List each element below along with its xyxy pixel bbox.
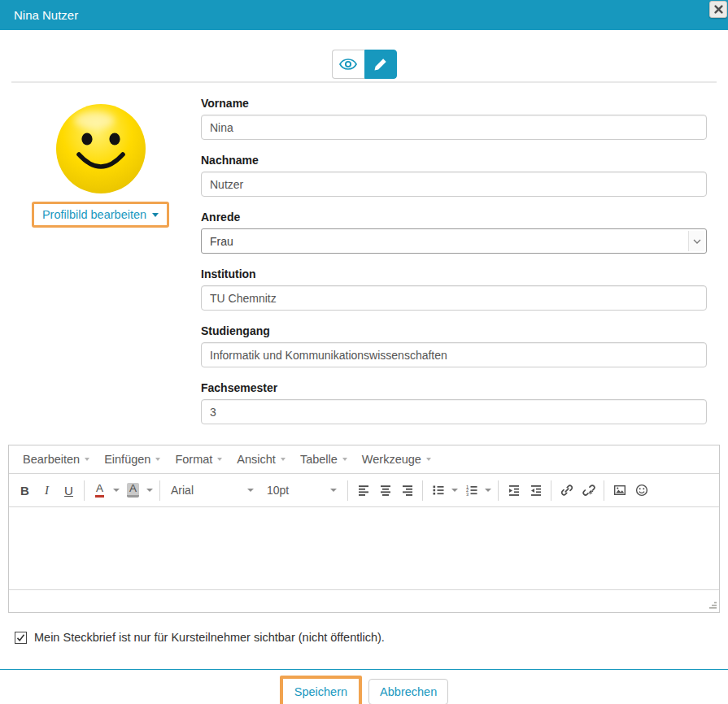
profilbild-highlight-box: Profilbild bearbeiten bbox=[32, 202, 169, 228]
image-button[interactable] bbox=[608, 479, 630, 502]
close-icon bbox=[714, 5, 723, 14]
chevron-down-icon bbox=[113, 489, 120, 492]
nachname-label: Nachname bbox=[201, 154, 707, 167]
background-color-caret[interactable] bbox=[144, 479, 155, 502]
view-tab-button[interactable] bbox=[332, 50, 364, 79]
emoticon-icon bbox=[635, 484, 648, 497]
toolbar-separator bbox=[422, 480, 423, 501]
numbered-list-icon: 123 bbox=[465, 484, 478, 497]
chevron-down-icon bbox=[451, 489, 458, 492]
editor-statusbar bbox=[9, 589, 719, 612]
chevron-down-icon bbox=[155, 458, 160, 461]
link-button[interactable] bbox=[556, 479, 578, 502]
close-button[interactable] bbox=[709, 1, 727, 18]
institution-label: Institution bbox=[201, 267, 707, 280]
svg-text:3: 3 bbox=[466, 492, 469, 497]
font-family-select[interactable]: Arial bbox=[164, 474, 260, 506]
editor-content-area[interactable] bbox=[9, 506, 719, 589]
avatar bbox=[55, 103, 146, 194]
underline-button[interactable]: U bbox=[58, 479, 80, 502]
underline-icon: U bbox=[64, 484, 73, 498]
unlink-button[interactable] bbox=[578, 479, 599, 502]
emoticon-button[interactable] bbox=[630, 479, 652, 502]
align-left-button[interactable] bbox=[352, 479, 374, 502]
vorname-input[interactable] bbox=[201, 115, 707, 140]
profile-form: Vorname Nachname Anrede Frau Institution bbox=[201, 97, 707, 438]
background-color-button[interactable]: A bbox=[122, 479, 144, 502]
toolbar-separator bbox=[347, 480, 348, 501]
form-row-fachsemester: Fachsemester bbox=[201, 381, 707, 424]
form-row-institution: Institution bbox=[201, 267, 707, 311]
text-color-button[interactable]: A bbox=[89, 479, 111, 502]
view-edit-toggle bbox=[0, 50, 728, 79]
bullet-list-button[interactable] bbox=[427, 479, 449, 502]
rich-text-editor: Bearbeiten Einfügen Format Ansicht Tabel… bbox=[8, 445, 720, 613]
unlink-icon bbox=[582, 484, 595, 497]
visibility-checkbox-label: Mein Steckbrief ist nur für Kursteilnehm… bbox=[34, 631, 385, 644]
text-color-caret[interactable] bbox=[111, 479, 122, 502]
chevron-down-icon bbox=[281, 458, 286, 461]
edit-profile-picture-button[interactable]: Profilbild bearbeiten bbox=[34, 204, 167, 225]
menu-ansicht[interactable]: Ansicht bbox=[229, 445, 293, 473]
indent-button[interactable] bbox=[503, 479, 525, 502]
anrede-selected-value: Frau bbox=[210, 235, 233, 248]
profile-edit-section: Profilbild bearbeiten Vorname Nachname A… bbox=[0, 83, 728, 438]
bold-button[interactable]: B bbox=[14, 479, 36, 502]
profile-dialog: Nina Nutzer bbox=[0, 0, 728, 704]
chevron-down-icon bbox=[426, 458, 431, 461]
toolbar-separator bbox=[498, 480, 499, 501]
outdent-button[interactable] bbox=[525, 479, 547, 502]
indent-icon bbox=[508, 484, 521, 497]
smiley-avatar-image bbox=[55, 103, 146, 194]
chevron-down-icon bbox=[146, 489, 153, 492]
align-right-button[interactable] bbox=[396, 479, 418, 502]
chevron-down-icon bbox=[152, 213, 159, 217]
footer-buttons: Speichern Abbrechen bbox=[0, 670, 728, 704]
visibility-checkbox[interactable] bbox=[15, 632, 27, 644]
institution-input[interactable] bbox=[201, 285, 707, 311]
image-icon bbox=[613, 484, 626, 497]
studiengang-input[interactable] bbox=[201, 342, 707, 367]
align-center-button[interactable] bbox=[374, 479, 396, 502]
outdent-icon bbox=[530, 484, 543, 497]
fachsemester-input[interactable] bbox=[201, 399, 707, 424]
anrede-select[interactable]: Frau bbox=[201, 228, 707, 254]
bullet-list-icon bbox=[432, 484, 445, 497]
link-icon bbox=[560, 484, 573, 497]
align-left-icon bbox=[357, 484, 370, 497]
menu-bearbeiten[interactable]: Bearbeiten bbox=[15, 445, 97, 473]
eye-icon bbox=[339, 59, 357, 70]
resize-grip[interactable] bbox=[706, 599, 719, 612]
nachname-input[interactable] bbox=[201, 172, 707, 197]
vorname-label: Vorname bbox=[201, 97, 707, 110]
editor-toolbar: B I U A A Arial 10pt 123 bbox=[9, 473, 719, 506]
chevron-down-icon bbox=[85, 458, 89, 461]
font-size-select[interactable]: 10pt bbox=[260, 474, 343, 506]
menu-format[interactable]: Format bbox=[168, 445, 229, 473]
align-center-icon bbox=[379, 484, 392, 497]
toolbar-separator bbox=[551, 480, 551, 501]
cancel-button[interactable]: Abbrechen bbox=[368, 679, 448, 704]
edit-tab-button[interactable] bbox=[364, 50, 397, 79]
menu-tabelle[interactable]: Tabelle bbox=[293, 445, 355, 473]
save-button[interactable]: Speichern bbox=[283, 679, 359, 704]
italic-button[interactable]: I bbox=[36, 479, 58, 502]
check-icon bbox=[16, 633, 25, 642]
edit-profile-picture-label: Profilbild bearbeiten bbox=[42, 208, 146, 221]
chevron-down-icon bbox=[688, 231, 704, 251]
menu-einfuegen[interactable]: Einfügen bbox=[97, 445, 168, 473]
menu-werkzeuge[interactable]: Werkzeuge bbox=[355, 445, 438, 473]
studiengang-label: Studiengang bbox=[201, 324, 707, 337]
form-row-studiengang: Studiengang bbox=[201, 324, 707, 367]
dialog-title: Nina Nutzer bbox=[14, 8, 78, 22]
bold-icon: B bbox=[20, 484, 29, 498]
pencil-icon bbox=[373, 58, 387, 72]
align-right-icon bbox=[401, 484, 414, 497]
numbered-list-caret[interactable] bbox=[482, 479, 494, 502]
numbered-list-button[interactable]: 123 bbox=[460, 479, 482, 502]
fachsemester-label: Fachsemester bbox=[201, 381, 707, 394]
chevron-down-icon bbox=[342, 458, 347, 461]
chevron-down-icon bbox=[330, 489, 337, 492]
editor-menubar: Bearbeiten Einfügen Format Ansicht Tabel… bbox=[9, 445, 719, 473]
bullet-list-caret[interactable] bbox=[449, 479, 460, 502]
